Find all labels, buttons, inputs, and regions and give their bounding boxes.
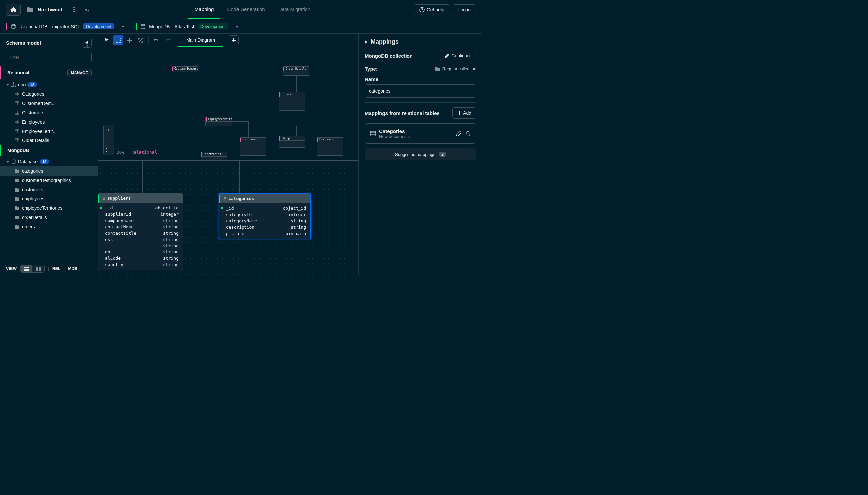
add-mapping-button[interactable]: Add — [452, 107, 476, 119]
mini-box-orderdetails[interactable]: Order Details — [283, 66, 309, 75]
zoom-out-button[interactable]: − — [104, 135, 114, 145]
collection-categories[interactable]: categories _idobject_idcategoryIdinteger… — [219, 193, 311, 239]
table-icon — [15, 129, 19, 133]
tree-item[interactable]: CustomerDem... — [0, 99, 98, 108]
svg-rect-29 — [15, 120, 19, 124]
field-row: supplierIdinteger — [99, 211, 183, 217]
pointer-tool[interactable] — [102, 35, 112, 46]
rel-dropdown[interactable] — [121, 25, 125, 28]
layout-vertical-button[interactable] — [33, 265, 45, 272]
tree-item[interactable]: customers — [0, 185, 98, 194]
settings-button[interactable] — [82, 5, 91, 15]
mappings-title: Mappings — [371, 38, 399, 46]
mini-box-employeeterritories[interactable]: EmployeeTerritori… — [205, 117, 232, 126]
view-rel-chip[interactable]: REL — [52, 267, 60, 271]
nav-tab-migration[interactable]: Data Migration — [272, 0, 317, 19]
sidebar-right: Mappings MongoDB collection Configure Ty… — [359, 34, 482, 275]
edit-mapping-button[interactable] — [456, 131, 462, 136]
database-group[interactable]: Database 12 — [0, 157, 98, 166]
pointer-icon — [105, 38, 109, 43]
collapse-sidebar-button[interactable] — [82, 38, 92, 48]
svg-rect-45 — [24, 267, 29, 268]
zoom-controls-relational: + − — [103, 124, 114, 155]
move-tool[interactable] — [125, 35, 135, 46]
zoom-in-button[interactable]: + — [104, 125, 114, 135]
field-row: contactTitlestring — [99, 230, 183, 236]
svg-point-51 — [104, 197, 105, 197]
tree-item[interactable]: Employees — [0, 117, 98, 126]
mongo-dropdown[interactable] — [236, 25, 239, 28]
view-mdb-chip[interactable]: MDB — [68, 267, 77, 271]
drag-handle-icon[interactable] — [103, 197, 105, 201]
filter-input[interactable] — [6, 52, 92, 62]
collection-name-input[interactable] — [365, 85, 476, 98]
mini-box-shippers[interactable]: Shippers — [279, 136, 306, 148]
plus-icon — [231, 38, 236, 42]
folder-icon — [15, 206, 19, 210]
chevron-down-icon — [6, 161, 9, 163]
select-tool[interactable] — [113, 35, 123, 46]
filter-menu-button[interactable] — [87, 43, 88, 48]
manage-button[interactable]: MANAGE — [67, 69, 92, 76]
svg-point-50 — [103, 197, 104, 197]
link-icon — [138, 38, 143, 43]
home-button[interactable] — [6, 4, 20, 16]
table-icon — [15, 92, 19, 96]
collection-suppliers[interactable]: suppliers _idobject_idsupplierIdintegerc… — [98, 193, 183, 270]
mapping-card-title: Categories — [379, 128, 410, 134]
field-row: onstring — [99, 249, 183, 255]
redo-button[interactable] — [163, 35, 173, 46]
svg-rect-19 — [15, 101, 19, 105]
view-label: VIEW — [6, 267, 17, 271]
delete-mapping-button[interactable] — [466, 131, 471, 136]
undo-button[interactable] — [151, 35, 161, 46]
mini-box-customerdemographics[interactable]: CustomerDemograph… — [172, 66, 198, 72]
folder-icon — [15, 178, 19, 182]
tree-item[interactable]: Customers — [0, 108, 98, 117]
tree-item[interactable]: customerDemographics — [0, 176, 98, 185]
zoom-fit-button[interactable] — [104, 145, 114, 155]
svg-rect-39 — [15, 138, 19, 142]
suggested-mappings-button[interactable]: Suggested mappings 2 — [365, 149, 476, 160]
link-tool[interactable] — [136, 35, 146, 46]
tree-item[interactable]: Order Details — [0, 136, 98, 145]
type-label: Type: — [365, 66, 378, 72]
chevron-right-icon[interactable] — [365, 40, 367, 44]
tree-item[interactable]: orderDetails — [0, 213, 98, 222]
mapping-card: Categories New documents — [365, 123, 476, 144]
mini-box-customers[interactable]: Customers — [317, 137, 343, 156]
tree-item[interactable]: EmployeeTerrit... — [0, 126, 98, 136]
layout-segmented — [20, 265, 45, 273]
mongo-label: MongoDB: — [149, 24, 171, 29]
mini-box-territories[interactable]: Territories — [201, 152, 227, 160]
tree-item[interactable]: Categories — [0, 89, 98, 99]
schema-group[interactable]: dbo 12 — [0, 80, 98, 89]
tree-item[interactable]: employeeTerritories — [0, 203, 98, 213]
tree-item[interactable]: categories — [0, 166, 98, 176]
svg-rect-49 — [116, 38, 121, 43]
rel-env-tag: Development — [84, 23, 114, 30]
svg-point-53 — [104, 198, 105, 199]
diagram-canvas[interactable]: CustomerDemograph… Order Details Orders … — [98, 47, 359, 275]
layout-horizontal-button[interactable] — [20, 265, 33, 272]
svg-point-7 — [87, 44, 88, 45]
add-diagram-button[interactable] — [229, 35, 239, 46]
mini-box-orders[interactable]: Orders — [279, 92, 306, 111]
configure-button[interactable]: Configure — [440, 50, 476, 61]
svg-point-61 — [225, 200, 226, 200]
project-menu-button[interactable] — [69, 5, 79, 15]
svg-text:?: ? — [421, 8, 423, 12]
mini-box-employees[interactable]: Employees — [240, 137, 266, 156]
tree-item[interactable]: employees — [0, 194, 98, 203]
plus-icon: + — [107, 127, 110, 133]
login-button[interactable]: Log in — [453, 4, 476, 15]
get-help-button[interactable]: ? Get help — [414, 4, 450, 15]
canvas-relational-label: Relational — [131, 150, 157, 155]
db-count-badge: 12 — [40, 159, 49, 164]
svg-point-60 — [224, 200, 225, 200]
nav-tab-mapping[interactable]: Mapping — [188, 0, 221, 19]
drag-handle-icon[interactable] — [224, 197, 226, 201]
diagram-tab[interactable]: Main Diagram — [178, 34, 223, 47]
tree-item[interactable]: orders — [0, 222, 98, 231]
nav-tab-codegen[interactable]: Code Generation — [220, 0, 271, 19]
